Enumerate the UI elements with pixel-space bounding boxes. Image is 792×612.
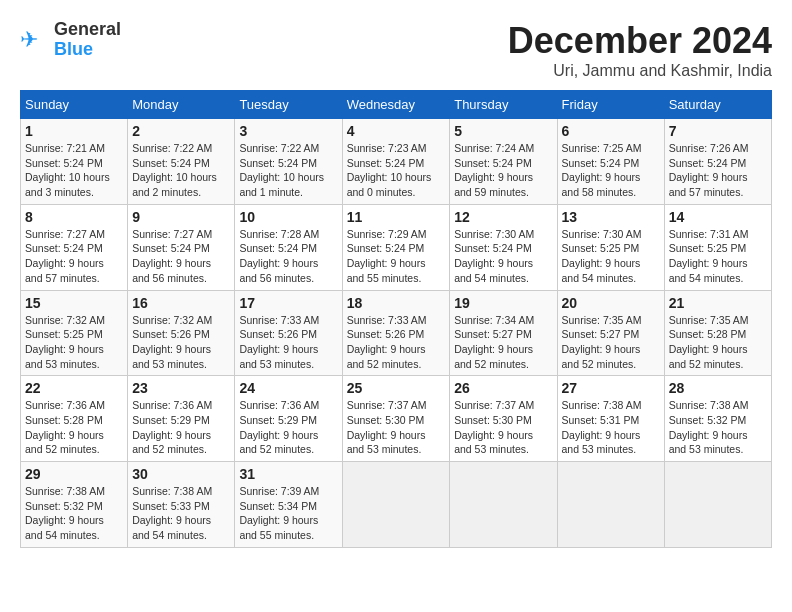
day-info: Sunrise: 7:39 AM Sunset: 5:34 PM Dayligh… [239, 484, 337, 543]
day-number: 1 [25, 123, 123, 139]
day-cell: 18Sunrise: 7:33 AM Sunset: 5:26 PM Dayli… [342, 290, 450, 376]
day-info: Sunrise: 7:30 AM Sunset: 5:25 PM Dayligh… [562, 227, 660, 286]
day-number: 16 [132, 295, 230, 311]
day-number: 11 [347, 209, 446, 225]
day-info: Sunrise: 7:33 AM Sunset: 5:26 PM Dayligh… [239, 313, 337, 372]
day-cell: 20Sunrise: 7:35 AM Sunset: 5:27 PM Dayli… [557, 290, 664, 376]
day-info: Sunrise: 7:27 AM Sunset: 5:24 PM Dayligh… [25, 227, 123, 286]
day-number: 29 [25, 466, 123, 482]
day-number: 28 [669, 380, 767, 396]
week-row-1: 1Sunrise: 7:21 AM Sunset: 5:24 PM Daylig… [21, 119, 772, 205]
day-info: Sunrise: 7:37 AM Sunset: 5:30 PM Dayligh… [347, 398, 446, 457]
logo-line2: Blue [54, 40, 121, 60]
day-info: Sunrise: 7:24 AM Sunset: 5:24 PM Dayligh… [454, 141, 552, 200]
day-info: Sunrise: 7:32 AM Sunset: 5:25 PM Dayligh… [25, 313, 123, 372]
day-number: 18 [347, 295, 446, 311]
calendar-table: SundayMondayTuesdayWednesdayThursdayFrid… [20, 90, 772, 548]
day-info: Sunrise: 7:34 AM Sunset: 5:27 PM Dayligh… [454, 313, 552, 372]
day-cell: 26Sunrise: 7:37 AM Sunset: 5:30 PM Dayli… [450, 376, 557, 462]
day-cell: 30Sunrise: 7:38 AM Sunset: 5:33 PM Dayli… [128, 462, 235, 548]
day-cell: 5Sunrise: 7:24 AM Sunset: 5:24 PM Daylig… [450, 119, 557, 205]
day-number: 9 [132, 209, 230, 225]
col-header-thursday: Thursday [450, 91, 557, 119]
day-number: 14 [669, 209, 767, 225]
week-row-5: 29Sunrise: 7:38 AM Sunset: 5:32 PM Dayli… [21, 462, 772, 548]
day-info: Sunrise: 7:30 AM Sunset: 5:24 PM Dayligh… [454, 227, 552, 286]
day-cell: 22Sunrise: 7:36 AM Sunset: 5:28 PM Dayli… [21, 376, 128, 462]
logo-icon: ✈ [20, 25, 50, 55]
day-cell: 9Sunrise: 7:27 AM Sunset: 5:24 PM Daylig… [128, 204, 235, 290]
day-info: Sunrise: 7:22 AM Sunset: 5:24 PM Dayligh… [132, 141, 230, 200]
day-cell: 12Sunrise: 7:30 AM Sunset: 5:24 PM Dayli… [450, 204, 557, 290]
day-cell: 15Sunrise: 7:32 AM Sunset: 5:25 PM Dayli… [21, 290, 128, 376]
day-number: 7 [669, 123, 767, 139]
week-row-4: 22Sunrise: 7:36 AM Sunset: 5:28 PM Dayli… [21, 376, 772, 462]
day-cell: 29Sunrise: 7:38 AM Sunset: 5:32 PM Dayli… [21, 462, 128, 548]
day-cell: 24Sunrise: 7:36 AM Sunset: 5:29 PM Dayli… [235, 376, 342, 462]
day-cell: 3Sunrise: 7:22 AM Sunset: 5:24 PM Daylig… [235, 119, 342, 205]
col-header-wednesday: Wednesday [342, 91, 450, 119]
logo-line1: General [54, 20, 121, 40]
col-header-saturday: Saturday [664, 91, 771, 119]
day-info: Sunrise: 7:38 AM Sunset: 5:32 PM Dayligh… [669, 398, 767, 457]
location: Uri, Jammu and Kashmir, India [508, 62, 772, 80]
day-number: 12 [454, 209, 552, 225]
day-cell [450, 462, 557, 548]
day-info: Sunrise: 7:36 AM Sunset: 5:29 PM Dayligh… [132, 398, 230, 457]
day-number: 25 [347, 380, 446, 396]
calendar-body: 1Sunrise: 7:21 AM Sunset: 5:24 PM Daylig… [21, 119, 772, 548]
day-number: 30 [132, 466, 230, 482]
day-number: 26 [454, 380, 552, 396]
day-number: 17 [239, 295, 337, 311]
day-cell: 2Sunrise: 7:22 AM Sunset: 5:24 PM Daylig… [128, 119, 235, 205]
day-number: 22 [25, 380, 123, 396]
day-cell: 14Sunrise: 7:31 AM Sunset: 5:25 PM Dayli… [664, 204, 771, 290]
day-number: 15 [25, 295, 123, 311]
day-info: Sunrise: 7:36 AM Sunset: 5:29 PM Dayligh… [239, 398, 337, 457]
day-number: 13 [562, 209, 660, 225]
day-cell: 10Sunrise: 7:28 AM Sunset: 5:24 PM Dayli… [235, 204, 342, 290]
day-cell [342, 462, 450, 548]
day-number: 31 [239, 466, 337, 482]
day-cell: 1Sunrise: 7:21 AM Sunset: 5:24 PM Daylig… [21, 119, 128, 205]
day-cell: 27Sunrise: 7:38 AM Sunset: 5:31 PM Dayli… [557, 376, 664, 462]
day-number: 4 [347, 123, 446, 139]
day-cell: 7Sunrise: 7:26 AM Sunset: 5:24 PM Daylig… [664, 119, 771, 205]
day-cell: 13Sunrise: 7:30 AM Sunset: 5:25 PM Dayli… [557, 204, 664, 290]
day-info: Sunrise: 7:22 AM Sunset: 5:24 PM Dayligh… [239, 141, 337, 200]
day-number: 8 [25, 209, 123, 225]
day-info: Sunrise: 7:27 AM Sunset: 5:24 PM Dayligh… [132, 227, 230, 286]
day-info: Sunrise: 7:31 AM Sunset: 5:25 PM Dayligh… [669, 227, 767, 286]
day-number: 6 [562, 123, 660, 139]
day-info: Sunrise: 7:32 AM Sunset: 5:26 PM Dayligh… [132, 313, 230, 372]
logo: ✈ General Blue [20, 20, 121, 60]
week-row-2: 8Sunrise: 7:27 AM Sunset: 5:24 PM Daylig… [21, 204, 772, 290]
day-cell: 16Sunrise: 7:32 AM Sunset: 5:26 PM Dayli… [128, 290, 235, 376]
day-number: 27 [562, 380, 660, 396]
day-cell: 4Sunrise: 7:23 AM Sunset: 5:24 PM Daylig… [342, 119, 450, 205]
day-number: 23 [132, 380, 230, 396]
day-info: Sunrise: 7:38 AM Sunset: 5:32 PM Dayligh… [25, 484, 123, 543]
day-info: Sunrise: 7:29 AM Sunset: 5:24 PM Dayligh… [347, 227, 446, 286]
day-number: 24 [239, 380, 337, 396]
title-block: December 2024 Uri, Jammu and Kashmir, In… [508, 20, 772, 80]
calendar-header: SundayMondayTuesdayWednesdayThursdayFrid… [21, 91, 772, 119]
day-info: Sunrise: 7:36 AM Sunset: 5:28 PM Dayligh… [25, 398, 123, 457]
col-header-sunday: Sunday [21, 91, 128, 119]
day-info: Sunrise: 7:28 AM Sunset: 5:24 PM Dayligh… [239, 227, 337, 286]
col-header-tuesday: Tuesday [235, 91, 342, 119]
day-cell: 17Sunrise: 7:33 AM Sunset: 5:26 PM Dayli… [235, 290, 342, 376]
col-header-friday: Friday [557, 91, 664, 119]
day-number: 20 [562, 295, 660, 311]
day-cell: 23Sunrise: 7:36 AM Sunset: 5:29 PM Dayli… [128, 376, 235, 462]
day-info: Sunrise: 7:33 AM Sunset: 5:26 PM Dayligh… [347, 313, 446, 372]
svg-text:✈: ✈ [20, 27, 38, 52]
day-info: Sunrise: 7:23 AM Sunset: 5:24 PM Dayligh… [347, 141, 446, 200]
day-info: Sunrise: 7:38 AM Sunset: 5:33 PM Dayligh… [132, 484, 230, 543]
month-title: December 2024 [508, 20, 772, 62]
day-cell: 28Sunrise: 7:38 AM Sunset: 5:32 PM Dayli… [664, 376, 771, 462]
day-info: Sunrise: 7:37 AM Sunset: 5:30 PM Dayligh… [454, 398, 552, 457]
day-info: Sunrise: 7:38 AM Sunset: 5:31 PM Dayligh… [562, 398, 660, 457]
day-info: Sunrise: 7:35 AM Sunset: 5:28 PM Dayligh… [669, 313, 767, 372]
day-info: Sunrise: 7:26 AM Sunset: 5:24 PM Dayligh… [669, 141, 767, 200]
